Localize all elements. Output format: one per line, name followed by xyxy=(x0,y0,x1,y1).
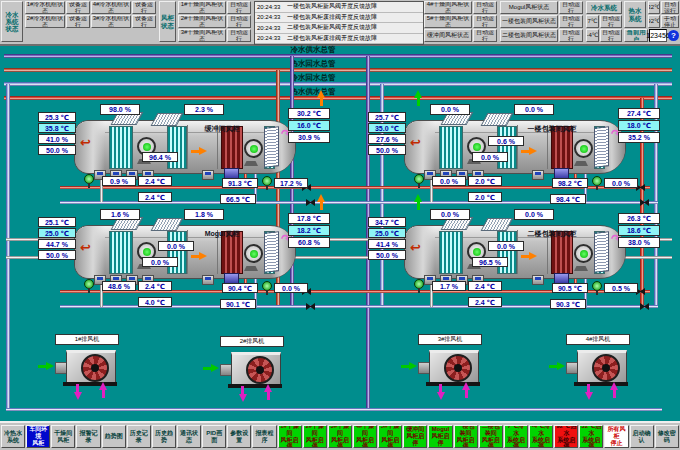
ahu-name-button[interactable]: 3#干燥间风柜状态 xyxy=(178,29,226,42)
coil-out-temp-value: 16.0 ℃ xyxy=(288,120,330,131)
bottom-button[interactable]: 启动确认 xyxy=(630,425,654,448)
hot-supply-main-pipe xyxy=(4,96,672,100)
exhaust-air-arrow-icon xyxy=(317,90,326,106)
chiller-name-button[interactable]: 4#冷水机组状态 xyxy=(91,1,131,14)
bottom-button[interactable]: 历史记录 xyxy=(127,425,151,448)
hmi-screen: 冷水 系统 状态 1#冷水机组状态 设备运行 4#冷水机组状态 设备运行 2#冷… xyxy=(0,0,680,450)
chiller-name-button[interactable]: 3#冷水机组状态 xyxy=(91,15,131,28)
return-fan-icon xyxy=(574,244,593,263)
inlet-flow-arrow-icon xyxy=(401,362,417,371)
cooling-coil xyxy=(439,231,463,274)
chilled-supply-temp-value: 2.0 ℃ xyxy=(468,176,502,186)
return-air-arrow-icon: ↩ xyxy=(410,240,421,255)
ahu-name-button[interactable]: 二楼包装间风柜状态 xyxy=(500,29,558,42)
coil-out-temp-value: 18.6 ℃ xyxy=(618,225,660,236)
bottom-button[interactable]: 32℃热水 系统启停 xyxy=(579,425,603,448)
chiller-name-button[interactable]: 2#冷水机组状态 xyxy=(25,15,65,28)
ahu-status-row: 3#干燥间风柜状态 自动运行 xyxy=(178,29,251,42)
hot-valve-icon[interactable] xyxy=(262,176,272,186)
fan-wheel-icon[interactable] xyxy=(592,354,620,382)
cooling-coil xyxy=(109,231,133,274)
alarm-list: 20:24:33 一楼包装风柜新风阀开度反馈故障 20:24:33 一楼包装风柜… xyxy=(254,1,424,45)
ahu-status-row: Mogul风柜状态 自动运行 xyxy=(500,1,583,14)
bottom-button[interactable]: 二楼包装间 风柜启停 xyxy=(479,425,503,448)
fan-wheel-icon[interactable] xyxy=(444,354,472,382)
hot-water-system-label: 热水 系统 xyxy=(624,1,646,28)
bottom-button[interactable]: 92℃热水 系统启停 xyxy=(554,425,578,448)
alarm-row[interactable]: 20:24:33 二楼包装风柜废排阀开度反馈故障 xyxy=(255,34,423,45)
ahu-name-button[interactable]: 2#干燥间风柜状态 xyxy=(178,15,226,28)
bottom-button[interactable]: 1#干燥间 风柜启停 xyxy=(278,425,302,448)
bottom-button[interactable]: 报警记录 xyxy=(76,425,100,448)
bottom-button[interactable]: Mogul 风柜启停 xyxy=(428,425,452,448)
chiller-status-badge: 设备运行 xyxy=(132,15,156,28)
bottom-button[interactable]: 4#干燥间 风柜启停 xyxy=(353,425,377,448)
bottom-button[interactable]: 2#干燥间 风柜启停 xyxy=(303,425,327,448)
damper-mid-value-1: 0.0 % xyxy=(158,241,194,251)
chilled-valve-icon[interactable] xyxy=(414,279,424,289)
current-user-field[interactable]: 123456 xyxy=(649,29,667,42)
hot-valve-icon[interactable] xyxy=(592,281,602,291)
chilled-valve-icon[interactable] xyxy=(84,174,94,184)
bottom-button[interactable]: 通讯状态 xyxy=(177,425,201,448)
bottom-button[interactable]: 干燥间 风柜 xyxy=(51,425,75,448)
setpoint-temp-value: 25.0 ℃ xyxy=(368,228,406,238)
fan-stand xyxy=(244,161,258,166)
fan-wheel-icon[interactable] xyxy=(246,356,274,384)
hot-valve-icon[interactable] xyxy=(592,176,602,186)
chiller-name-button[interactable]: 1#冷水机组状态 xyxy=(25,1,65,14)
exhaust-down-arrow-icon xyxy=(584,384,593,400)
fresh-air-arrow-icon xyxy=(414,90,423,106)
alarm-row[interactable]: 20:24:33 一楼包装风柜废排阀开度反馈故障 xyxy=(255,13,423,24)
setpoint-humidity-value: 50.0 % xyxy=(38,145,76,155)
bottom-button[interactable]: 缓冲间 风柜启停 xyxy=(403,425,427,448)
supply-humidity-value: 30.9 % xyxy=(288,132,330,143)
bottom-button[interactable]: 7℃冷水 系统启停 xyxy=(504,425,528,448)
chilled-valve-opening-value: 0.0 % xyxy=(432,176,466,186)
return-air-arrow-icon: ↩ xyxy=(410,135,421,150)
alarm-row[interactable]: 20:24:33 一楼包装风柜新风阀开度反馈故障 xyxy=(255,2,423,13)
bottom-button[interactable]: 修改密码 xyxy=(655,425,679,448)
bottom-button[interactable]: 趋势图 xyxy=(102,425,126,448)
bottom-button[interactable]: 3#干燥间 风柜启停 xyxy=(328,425,352,448)
bottom-button[interactable]: 所有风柜 停止 xyxy=(604,425,628,448)
hot-return-temp-value: 90.3 ℃ xyxy=(550,299,586,309)
ahu-group-label: 风柜 状态 xyxy=(159,1,176,42)
ahu-name-button[interactable]: 1#干燥间风柜状态 xyxy=(178,1,226,14)
cooling-coil xyxy=(109,126,133,169)
bottom-button[interactable]: 车间环境 风柜 xyxy=(26,425,50,448)
bottom-button[interactable]: 冷热水 系统 xyxy=(1,425,25,448)
help-button[interactable]: ? xyxy=(668,30,679,41)
chiller-status-badge: 设备运行 xyxy=(132,1,156,14)
ahu-name-button[interactable]: 一楼包装间风柜状态 xyxy=(500,15,558,28)
chilled-valve-opening-value: 1.7 % xyxy=(432,281,466,291)
chilled-valve-icon[interactable] xyxy=(84,279,94,289)
ahu-name-button[interactable]: 4#干燥间风柜状态 xyxy=(424,1,472,14)
bottom-button[interactable]: 5#干燥间 风柜启停 xyxy=(378,425,402,448)
bottom-button[interactable]: 报表程序 xyxy=(252,425,276,448)
bottom-cold-pipe xyxy=(6,408,662,411)
hot-valve-opening-value: 0.5 % xyxy=(604,283,638,293)
setpoint-temp-value: 25.0 ℃ xyxy=(38,228,76,238)
ahu-name-button[interactable]: 5#干燥间风柜状态 xyxy=(424,15,472,28)
ahu-name-button[interactable]: Mogul风柜状态 xyxy=(500,1,558,14)
airflow-arrow-icon xyxy=(521,252,537,261)
bottom-button[interactable]: 一楼包装间 风柜启停 xyxy=(454,425,478,448)
damper-mid-value-2: 96.4 % xyxy=(142,152,178,162)
return-fan-icon xyxy=(244,244,263,263)
bottom-button[interactable]: 历史趋势 xyxy=(152,425,176,448)
ahu-name-button[interactable]: 缓冲间风柜状态 xyxy=(424,29,472,42)
return-humidity-value: 41.4 % xyxy=(368,239,406,249)
bottom-button[interactable]: -4℃冷水 系统启停 xyxy=(529,425,553,448)
hot-valve-icon[interactable] xyxy=(262,281,272,291)
chilled-valve-opening-value: 0.9 % xyxy=(102,176,136,186)
chilled-valve-icon[interactable] xyxy=(414,174,424,184)
bottom-button[interactable]: 参数设置 xyxy=(227,425,251,448)
alarm-row[interactable]: 20:24:33 二楼包装风柜新风阀开度反馈故障 xyxy=(255,23,423,34)
bottom-button[interactable]: PID画面 xyxy=(202,425,226,448)
fan-label: 2#排风机 xyxy=(220,336,284,347)
fan-wheel-icon[interactable] xyxy=(81,354,109,382)
chiller-row: 1#冷水机组状态 设备运行 4#冷水机组状态 设备运行 xyxy=(25,1,156,14)
ahu-status-col-2: 4#干燥间风柜状态 自动运行 5#干燥间风柜状态 自动运行 缓冲间风柜状态 自动… xyxy=(424,1,497,42)
exhaust-air-arrow-icon xyxy=(317,194,326,210)
